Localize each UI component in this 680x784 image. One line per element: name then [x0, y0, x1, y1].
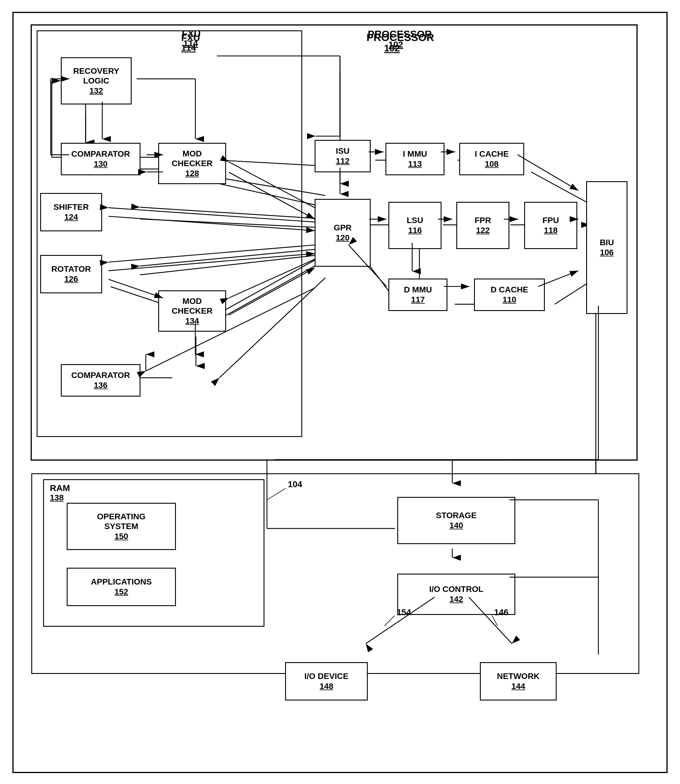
- svg-line-23: [140, 248, 325, 266]
- rotator-box: ROTATOR 126: [40, 255, 102, 293]
- dmmu-box: D MMU 117: [389, 278, 447, 311]
- operating-system-box: OPERATING SYSTEM 150: [67, 503, 176, 550]
- biu-box: BIU 106: [586, 181, 628, 314]
- svg-line-30: [219, 278, 325, 378]
- mod-checker-134-box: MOD CHECKER 134: [158, 290, 226, 332]
- comparator-136-box: COMPARATOR 136: [61, 364, 140, 397]
- mod-checker-128-box: MOD CHECKER 128: [158, 143, 226, 184]
- svg-line-13: [219, 178, 325, 196]
- gpr-box: GPR 120: [315, 199, 371, 267]
- fxu-num: 114: [183, 38, 198, 49]
- storage-box: STORAGE 140: [397, 497, 515, 544]
- isu-box: ISU 112: [315, 140, 371, 172]
- svg-line-90: [109, 245, 315, 262]
- svg-line-77: [518, 155, 578, 190]
- icache-box: I CACHE 108: [459, 143, 524, 175]
- lsu-box: LSU 116: [389, 202, 442, 249]
- fxu-label: FXU: [182, 28, 201, 39]
- svg-line-14: [219, 160, 325, 166]
- svg-line-93: [229, 259, 315, 298]
- processor-label: PROCESSOR: [368, 28, 432, 40]
- svg-line-88: [109, 208, 315, 222]
- svg-line-26: [219, 255, 325, 313]
- recovery-logic-box: RECOVERY LOGIC 132: [61, 57, 132, 104]
- svg-line-89: [109, 216, 315, 231]
- svg-line-94: [229, 268, 315, 315]
- dcache-box: D CACHE 110: [474, 278, 545, 311]
- io-device-box: I/O DEVICE 148: [285, 662, 368, 701]
- svg-line-92: [109, 280, 163, 298]
- comparator-130-box: COMPARATOR 130: [61, 143, 140, 175]
- shifter-box: SHIFTER 124: [40, 193, 102, 231]
- svg-line-87: [229, 172, 315, 219]
- svg-line-22: [140, 219, 325, 228]
- processor-num: 102: [389, 39, 403, 50]
- svg-line-15: [219, 184, 325, 207]
- svg-line-27: [219, 260, 325, 319]
- network-box: NETWORK 144: [480, 662, 557, 701]
- main-diagram: PROCESSOR 102 FXU 114: [13, 12, 667, 773]
- svg-line-24: [140, 255, 325, 275]
- applications-box: APPLICATIONS 152: [67, 568, 176, 606]
- immu-box: I MMU 113: [386, 143, 444, 175]
- svg-line-86: [229, 162, 315, 208]
- io-control-box: I/O CONTROL 142: [397, 573, 515, 615]
- fpr-box: FPR 122: [456, 202, 509, 249]
- svg-line-91: [109, 253, 315, 270]
- svg-line-21: [140, 207, 325, 219]
- fpu-box: FPU 118: [524, 202, 577, 249]
